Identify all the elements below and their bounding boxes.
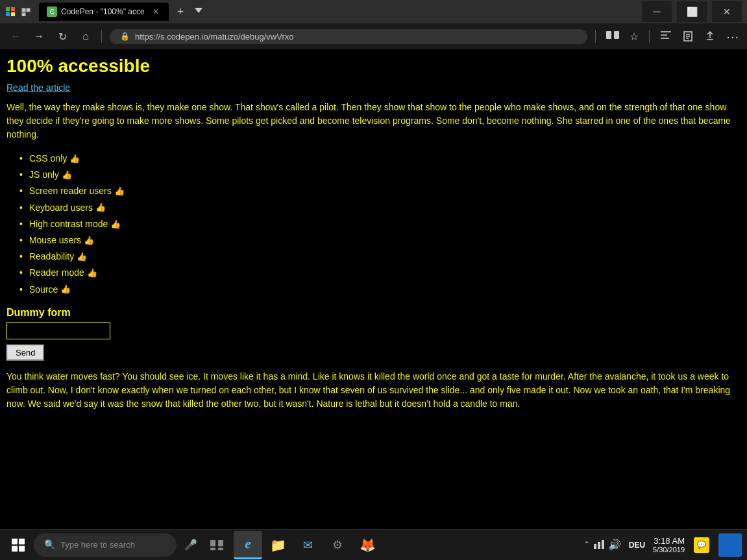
- reader-view-button[interactable]: [606, 31, 619, 42]
- dummy-form: Dummy form Send: [6, 307, 741, 361]
- form-text-input[interactable]: [6, 323, 110, 339]
- microphone-button[interactable]: 🎤: [179, 533, 202, 557]
- features-list: CSS only 👍 JS only 👍 Screen reader users…: [6, 151, 741, 298]
- refresh-button[interactable]: ↻: [55, 29, 70, 44]
- list-item: Mouse users 👍: [19, 232, 741, 249]
- svg-rect-5: [27, 8, 30, 12]
- list-item-label[interactable]: Readability: [29, 249, 74, 265]
- task-view-button[interactable]: [205, 533, 228, 557]
- svg-rect-14: [594, 544, 596, 549]
- new-tab-button[interactable]: +: [171, 3, 190, 21]
- volume-icon[interactable]: 🔊: [608, 539, 621, 551]
- list-item-label[interactable]: CSS only: [29, 151, 67, 167]
- active-tab[interactable]: C CodePen - "100%" acce ✕: [39, 3, 169, 21]
- taskbar-right: ⌃ 🔊 DEU 3:18 AM 5/30/2019 💬: [583, 533, 742, 557]
- thumbs-up-icon: 👍: [77, 249, 87, 264]
- list-item-label[interactable]: High contrast mode: [29, 216, 108, 232]
- list-item: Keyboard users 👍: [19, 200, 741, 216]
- toolbar-divider: [595, 30, 596, 43]
- thumbs-up-icon: 👍: [87, 265, 97, 280]
- windows-logo-icon: [12, 539, 25, 552]
- send-button[interactable]: Send: [6, 345, 44, 361]
- intro-paragraph: Well, the way they make shows is, they m…: [6, 101, 741, 141]
- svg-rect-3: [11, 12, 15, 16]
- notification-button[interactable]: 💬: [690, 533, 713, 557]
- taskbar-firefox-icon[interactable]: 🦊: [353, 531, 382, 559]
- tab-list-button[interactable]: [192, 8, 205, 16]
- language-indicator[interactable]: DEU: [626, 541, 648, 550]
- system-tray: ⌃ 🔊: [583, 539, 621, 552]
- notes-button[interactable]: [682, 30, 694, 42]
- maximize-button[interactable]: ⬜: [677, 1, 707, 22]
- tab-close-button[interactable]: ✕: [151, 6, 161, 17]
- tab-favicon: C: [47, 6, 57, 17]
- svg-rect-10: [210, 540, 215, 546]
- list-item-label[interactable]: Screen reader users: [29, 183, 112, 199]
- back-button[interactable]: ←: [8, 29, 23, 44]
- list-item-label[interactable]: Mouse users: [29, 232, 81, 249]
- list-item: Screen reader users 👍: [19, 183, 741, 199]
- feature-items: CSS only 👍 JS only 👍 Screen reader users…: [19, 151, 741, 298]
- home-button[interactable]: ⌂: [78, 29, 93, 44]
- show-hidden-icons-button[interactable]: ⌃: [583, 540, 590, 550]
- firefox-logo-icon: 🦊: [360, 537, 376, 553]
- browser-chrome: C CodePen - "100%" acce ✕ + ─ ⬜ ✕ ← → ↻ …: [0, 0, 747, 49]
- thumbs-up-icon: 👍: [110, 217, 121, 232]
- thumbs-up-icon: 👍: [84, 233, 94, 248]
- toolbar-divider2: [649, 30, 650, 43]
- tab-bar: C CodePen - "100%" acce ✕ + ─ ⬜ ✕: [0, 0, 747, 23]
- taskbar-mail-icon[interactable]: ✉: [293, 531, 322, 559]
- show-desktop-button[interactable]: [718, 533, 742, 557]
- thumbs-up-icon: 👍: [114, 184, 125, 199]
- list-item-label[interactable]: Source: [29, 282, 58, 298]
- more-button[interactable]: ···: [726, 29, 739, 44]
- form-label: Dummy form: [6, 307, 741, 319]
- taskbar-search-bar[interactable]: 🔍 Type here to search: [34, 533, 177, 557]
- system-clock[interactable]: 3:18 AM 5/30/2019: [653, 536, 685, 554]
- minimize-button[interactable]: ─: [642, 1, 672, 22]
- close-button[interactable]: ✕: [712, 1, 742, 22]
- taskbar-settings-icon[interactable]: ⚙: [323, 531, 352, 559]
- favorites-button[interactable]: ☆: [630, 30, 639, 43]
- list-item: Readability 👍: [19, 249, 741, 265]
- toolbar-right: ☆ ···: [595, 29, 739, 44]
- list-item: High contrast mode 👍: [19, 216, 741, 232]
- svg-rect-12: [210, 548, 215, 550]
- clock-time: 3:18 AM: [653, 536, 685, 546]
- recents-icon[interactable]: [21, 6, 31, 17]
- svg-marker-7: [195, 8, 202, 13]
- forward-button[interactable]: →: [31, 29, 47, 44]
- address-input[interactable]: 🔒 https://s.codepen.io/matuzo/debug/vwVr…: [110, 29, 587, 44]
- list-item-label[interactable]: Reader mode: [29, 265, 84, 281]
- address-bar: ← → ↻ ⌂ 🔒 https://s.codepen.io/matuzo/de…: [0, 23, 747, 49]
- notification-badge: 💬: [694, 537, 709, 553]
- svg-rect-4: [22, 8, 25, 12]
- share-button[interactable]: [704, 30, 716, 42]
- hub-button[interactable]: [660, 31, 672, 42]
- list-item-label[interactable]: JS only: [29, 167, 59, 183]
- thumbs-up-icon: 👍: [62, 167, 72, 182]
- svg-rect-1: [11, 7, 15, 11]
- window-controls: ─ ⬜ ✕: [642, 1, 742, 22]
- svg-rect-2: [6, 12, 10, 16]
- thumbs-up-icon: 👍: [69, 151, 80, 166]
- taskbar-explorer-icon[interactable]: 📁: [263, 531, 292, 559]
- list-item: Reader mode 👍: [19, 265, 741, 281]
- list-item-label[interactable]: Keyboard users: [29, 200, 93, 216]
- svg-rect-15: [598, 542, 600, 549]
- taskbar-edge-icon[interactable]: e: [234, 531, 262, 559]
- language-text: DEU: [629, 541, 645, 550]
- page-content: 100% accessible Read the article Well, t…: [0, 49, 747, 529]
- url-text: https://s.codepen.io/matuzo/debug/vwVrxo: [135, 32, 294, 42]
- read-article-link[interactable]: Read the article: [6, 82, 70, 93]
- clock-date: 5/30/2019: [653, 546, 685, 554]
- list-item: CSS only 👍: [19, 151, 741, 167]
- start-button[interactable]: [5, 532, 31, 558]
- svg-rect-8: [606, 31, 611, 39]
- search-icon: 🔍: [44, 539, 55, 550]
- system-menu-icon[interactable]: [5, 6, 16, 17]
- network-icon[interactable]: [594, 539, 604, 552]
- svg-rect-9: [614, 31, 619, 39]
- svg-rect-16: [602, 540, 604, 549]
- svg-rect-6: [22, 13, 25, 16]
